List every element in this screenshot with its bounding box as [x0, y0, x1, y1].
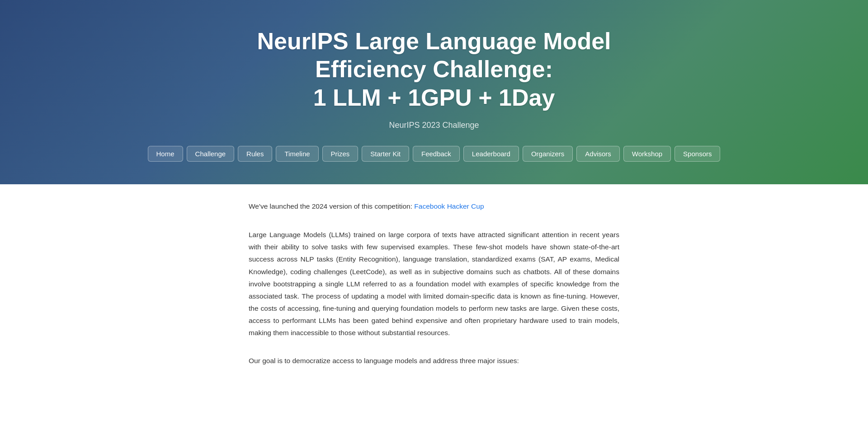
nav-item-organizers[interactable]: Organizers [523, 146, 573, 162]
nav-item-timeline[interactable]: Timeline [276, 146, 318, 162]
facebook-hacker-cup-link[interactable]: Facebook Hacker Cup [414, 202, 484, 210]
hero-title: NeurIPS Large Language Model Efficiency … [208, 27, 660, 112]
nav-item-challenge[interactable]: Challenge [187, 146, 235, 162]
navigation: HomeChallengeRulesTimelinePrizesStarter … [139, 146, 730, 162]
nav-item-workshop[interactable]: Workshop [623, 146, 671, 162]
body-paragraph: Large Language Models (LLMs) trained on … [249, 229, 619, 339]
nav-item-prizes[interactable]: Prizes [322, 146, 359, 162]
hero-subtitle: NeurIPS 2023 Challenge [389, 121, 479, 130]
nav-item-starter-kit[interactable]: Starter Kit [362, 146, 409, 162]
nav-item-home[interactable]: Home [148, 146, 183, 162]
nav-item-leaderboard[interactable]: Leaderboard [463, 146, 519, 162]
launch-notice: We've launched the 2024 version of this … [249, 202, 619, 210]
nav-item-rules[interactable]: Rules [238, 146, 272, 162]
main-content: We've launched the 2024 version of this … [240, 184, 628, 398]
goal-paragraph: Our goal is to democratize access to lan… [249, 355, 619, 367]
nav-item-feedback[interactable]: Feedback [413, 146, 460, 162]
hero-section: NeurIPS Large Language Model Efficiency … [0, 0, 868, 184]
nav-item-sponsors[interactable]: Sponsors [675, 146, 720, 162]
nav-item-advisors[interactable]: Advisors [576, 146, 620, 162]
